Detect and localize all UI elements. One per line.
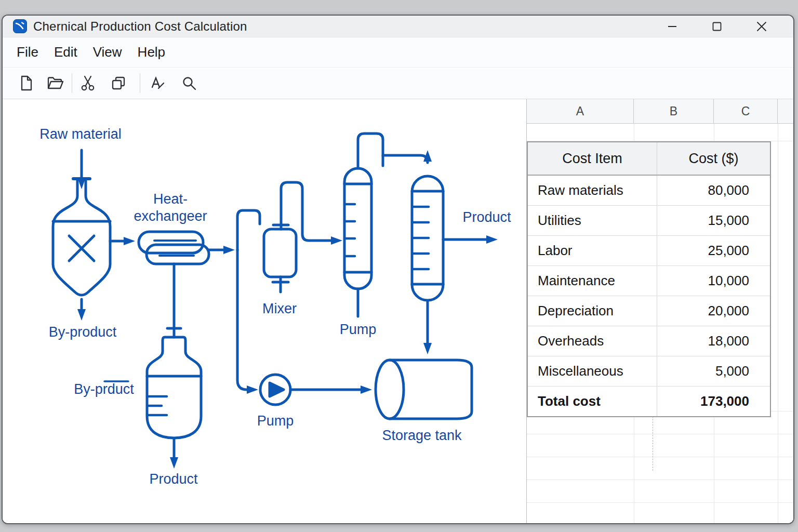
font-icon — [149, 75, 166, 91]
gridline — [527, 502, 793, 503]
maximize-button[interactable] — [704, 16, 730, 37]
cost-item-cell[interactable]: Maintenance — [528, 266, 657, 296]
cost-value-cell[interactable]: 15,000 — [657, 206, 770, 235]
cost-item-cell[interactable]: Miscellaneous — [528, 356, 657, 386]
cost-table: Cost Item Cost ($) Raw materials 80,000 … — [527, 141, 771, 417]
maximize-icon — [711, 21, 723, 32]
menu-edit[interactable]: Edit — [54, 44, 77, 60]
reactor-vessel[interactable] — [53, 179, 110, 295]
by-prduct-label: By-prduct — [74, 381, 134, 397]
table-row: Overheads 18,000 — [528, 326, 770, 356]
cost-value-cell[interactable]: 5,000 — [657, 356, 770, 386]
cost-value-cell[interactable]: 80,000 — [657, 176, 770, 205]
main-content: Raw material By-product Heat- exchangeer… — [3, 99, 793, 524]
menu-help[interactable]: Help — [138, 44, 165, 60]
minimize-button[interactable] — [659, 16, 685, 37]
distillation-column-2[interactable] — [412, 176, 487, 343]
cost-value-cell[interactable]: 10,000 — [657, 266, 770, 296]
window-controls — [659, 16, 775, 37]
cost-item-cell[interactable]: Overheads — [528, 326, 657, 356]
toolbar-divider — [72, 73, 72, 93]
product-bottom-label: Product — [149, 471, 198, 487]
mixer-label: Mixer — [262, 301, 297, 316]
table-row: Maintenance 10,000 — [528, 266, 770, 296]
cost-item-header[interactable]: Cost Item — [528, 142, 657, 175]
table-row: Depreciation 20,000 — [528, 296, 770, 326]
table-row: Miscellaneous 5,000 — [528, 356, 770, 387]
page-break-line — [653, 411, 653, 471]
process-flow-diagram: Raw material By-product Heat- exchangeer… — [3, 99, 527, 524]
pump-circle-label: Pump — [257, 413, 294, 429]
minimize-icon — [667, 21, 678, 32]
app-icon — [13, 19, 27, 33]
column-header-c[interactable]: C — [714, 99, 778, 123]
total-row: Total cost 173,000 — [528, 387, 770, 416]
cost-value-header[interactable]: Cost ($) — [657, 142, 770, 175]
copy-icon — [111, 75, 126, 91]
cost-item-cell[interactable]: Utilities — [528, 206, 657, 235]
pipe-to-pump — [237, 210, 260, 390]
open-folder-button[interactable] — [47, 74, 64, 92]
new-file-icon — [19, 75, 34, 91]
title-bar[interactable]: Chernical Production Cost Calculation — [3, 16, 793, 37]
cut-button[interactable] — [79, 74, 97, 92]
toolbar-divider — [140, 73, 140, 93]
storage-tank[interactable] — [376, 360, 472, 419]
raw-material-label: Raw material — [39, 126, 122, 142]
gridline — [527, 480, 793, 480]
app-window: Chernical Production Cost Calculation Fi… — [2, 15, 794, 524]
cut-icon — [80, 75, 96, 91]
heat-exchanger-label-2: exchangeer — [134, 208, 207, 224]
total-label-cell[interactable]: Total cost — [528, 387, 657, 416]
search-icon — [181, 75, 197, 91]
heat-exchanger-label-1: Heat- — [153, 191, 188, 207]
table-row: Raw materials 80,000 — [528, 176, 770, 206]
column-pump-label: Pump — [340, 322, 377, 337]
gridline — [778, 123, 778, 524]
menu-file[interactable]: File — [17, 44, 38, 60]
spreadsheet-panel: A B C Cost Item Cost ($) Raw materials 8… — [526, 99, 793, 524]
close-button[interactable] — [749, 16, 775, 37]
column-header-b[interactable]: B — [634, 99, 714, 123]
cost-item-cell[interactable]: Labor — [528, 236, 657, 265]
menu-bar: File Edit View Help — [3, 37, 793, 68]
cost-value-cell[interactable]: 25,000 — [657, 236, 770, 265]
column-header-a[interactable]: A — [527, 99, 634, 123]
column-header-row: A B C — [527, 99, 793, 124]
cost-table-header: Cost Item Cost ($) — [528, 142, 770, 176]
separator-vessel[interactable] — [104, 337, 201, 458]
table-row: Labor 25,000 — [528, 236, 770, 266]
open-folder-icon — [47, 75, 64, 91]
flow-arrows — [82, 150, 124, 310]
menu-view[interactable]: View — [93, 44, 122, 60]
by-product-label: By-product — [49, 324, 117, 340]
gridline — [527, 457, 793, 457]
gridline — [527, 434, 793, 434]
diagram-labels: Raw material By-product Heat- exchangeer… — [39, 126, 511, 487]
heat-exchanger[interactable] — [139, 232, 224, 337]
toolbar — [3, 68, 793, 99]
distillation-column-1[interactable] — [344, 134, 428, 316]
pump[interactable] — [260, 375, 361, 405]
storage-tank-label: Storage tank — [382, 428, 462, 443]
close-icon — [755, 20, 768, 33]
cost-item-cell[interactable]: Raw materials — [528, 176, 657, 205]
mixer-vessel[interactable] — [264, 182, 331, 292]
font-button[interactable] — [149, 74, 166, 92]
product-right-label: Product — [462, 209, 511, 225]
total-value-cell[interactable]: 173,000 — [657, 387, 770, 416]
window-title: Chernical Production Cost Calculation — [33, 19, 247, 34]
search-button[interactable] — [180, 74, 198, 92]
new-file-button[interactable] — [18, 74, 35, 92]
cost-item-cell[interactable]: Depreciation — [528, 296, 657, 326]
table-row: Utilities 15,000 — [528, 206, 770, 236]
cost-value-cell[interactable]: 18,000 — [657, 326, 770, 356]
copy-button[interactable] — [110, 74, 127, 92]
cost-value-cell[interactable]: 20,000 — [657, 296, 770, 326]
